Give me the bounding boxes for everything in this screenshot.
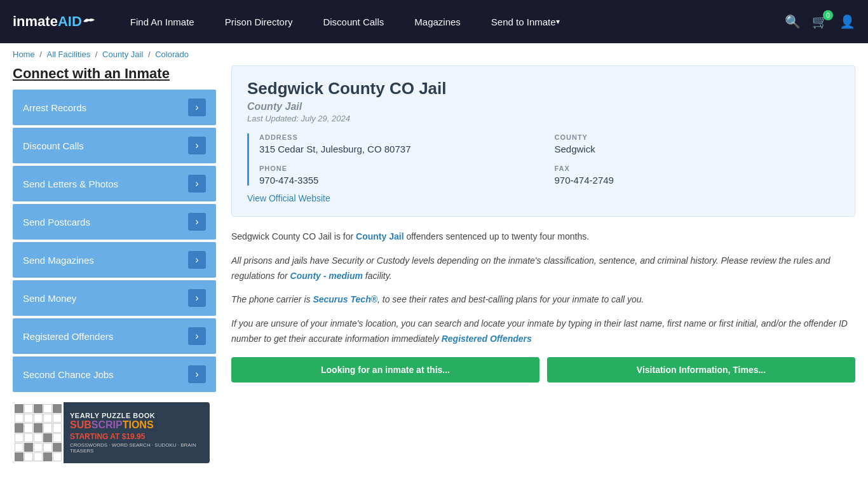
cart-icon[interactable]: 🛒 0	[812, 14, 828, 29]
ad-types-label: CROSSWORDS · WORD SEARCH · SUDOKU · BRAI…	[70, 442, 203, 454]
desc-p2: All prisons and jails have Security or C…	[231, 254, 855, 284]
header: inmateAID Find An Inmate Prison Director…	[0, 0, 868, 43]
sidebar-arrow-icon: ›	[188, 175, 206, 193]
facility-address-block: ADDRESS 315 Cedar St, Julesburg, CO 8073…	[259, 133, 545, 154]
logo-inmate: inmate	[13, 13, 58, 30]
facility-card: Sedgwick County CO Jail County Jail Last…	[231, 65, 855, 217]
looking-for-inmate-button[interactable]: Looking for an inmate at this...	[231, 357, 539, 383]
breadcrumb-sep3: /	[148, 50, 153, 59]
facility-info-grid: ADDRESS 315 Cedar St, Julesburg, CO 8073…	[247, 133, 839, 186]
sidebar-item-second-chance-jobs[interactable]: Second Chance Jobs ›	[13, 356, 216, 392]
sidebar-arrow-icon: ›	[188, 213, 206, 231]
logo-aid: AID	[58, 13, 82, 30]
county-label: COUNTY	[555, 133, 840, 141]
securus-tech-link[interactable]: Securus Tech®	[313, 294, 377, 304]
facility-phone-block: PHONE 970-474-3355	[259, 165, 545, 186]
ad-inner: YEARLY PUZZLE BOOK SUBSCRIPTIONS STARTIN…	[13, 402, 210, 463]
county-jail-link[interactable]: County Jail	[356, 231, 403, 241]
logo: inmateAID	[13, 13, 96, 30]
sidebar-item-send-letters[interactable]: Send Letters & Photos ›	[13, 166, 216, 201]
user-icon[interactable]: 👤	[839, 14, 855, 29]
county-medium-link[interactable]: County - medium	[290, 271, 363, 281]
phone-value: 970-474-3355	[259, 175, 545, 186]
sidebar-title: Connect with an Inmate	[13, 65, 216, 82]
sidebar-item-label: Arrest Records	[23, 102, 86, 113]
sidebar-arrow-icon: ›	[188, 137, 206, 154]
sidebar-item-discount-calls[interactable]: Discount Calls ›	[13, 128, 216, 163]
view-official-website-link[interactable]: View Official Website	[247, 193, 330, 203]
visitation-info-button[interactable]: Visitation Information, Times...	[547, 357, 855, 383]
county-value: Sedgwick	[555, 144, 840, 154]
desc-p3: The phone carrier is Securus Tech®, to s…	[231, 292, 855, 308]
fax-label: FAX	[555, 165, 840, 172]
breadcrumb-all-facilities[interactable]: All Facilities	[47, 50, 91, 59]
breadcrumb-sep2: /	[95, 50, 100, 59]
facility-name: Sedgwick County CO Jail	[247, 79, 839, 98]
facility-fax-block: FAX 970-474-2749	[555, 165, 840, 186]
desc-p3-post: , to see their rates and best-calling pl…	[377, 294, 644, 304]
desc-p2-post: facility.	[363, 271, 392, 281]
facility-updated: Last Updated: July 29, 2024	[247, 114, 839, 123]
desc-p1-pre: Sedgwick County CO Jail is for	[231, 231, 356, 241]
desc-p4: If you are unsure of your inmate's locat…	[231, 316, 855, 347]
nav-send-to-inmate[interactable]: Send to Inmate	[476, 0, 575, 43]
address-value: 315 Cedar St, Julesburg, CO 80737	[259, 144, 545, 154]
ad-yearly-label: YEARLY PUZZLE BOOK	[70, 412, 203, 419]
breadcrumb: Home / All Facilities / County Jail / Co…	[0, 43, 868, 65]
main-nav: Find An Inmate Prison Directory Discount…	[115, 0, 785, 43]
sidebar-arrow-icon: ›	[188, 251, 206, 269]
sidebar-item-send-postcards[interactable]: Send Postcards ›	[13, 204, 216, 240]
sidebar-arrow-icon: ›	[188, 365, 206, 383]
fax-value: 970-474-2749	[555, 175, 840, 186]
nav-magazines[interactable]: Magazines	[399, 0, 476, 43]
sidebar-item-label: Registered Offenders	[23, 331, 113, 342]
registered-offenders-link[interactable]: Registered Offenders	[442, 334, 532, 344]
desc-p1-post: offenders sentenced up to twenty four mo…	[404, 231, 590, 241]
breadcrumb-state[interactable]: Colorado	[155, 50, 189, 59]
bottom-buttons: Looking for an inmate at this... Visitat…	[231, 357, 855, 383]
sidebar-arrow-icon: ›	[188, 289, 206, 307]
sidebar-item-send-magazines[interactable]: Send Magazines ›	[13, 242, 216, 278]
desc-p1: Sedgwick County CO Jail is for County Ja…	[231, 229, 855, 245]
cart-badge: 0	[823, 10, 833, 20]
ad-crossword-grid	[13, 402, 64, 463]
sidebar-item-label: Send Money	[23, 293, 76, 304]
logo-area[interactable]: inmateAID	[13, 13, 96, 30]
facility-county-block: COUNTY Sedgwick	[555, 133, 840, 154]
logo-bird-icon	[83, 17, 95, 26]
sidebar: Connect with an Inmate Arrest Records › …	[13, 65, 216, 463]
facility-description: Sedgwick County CO Jail is for County Ja…	[231, 229, 855, 347]
header-icons: 🔍 🛒 0 👤	[785, 14, 855, 29]
desc-p3-pre: The phone carrier is	[231, 294, 313, 304]
sidebar-item-send-money[interactable]: Send Money ›	[13, 280, 216, 316]
sidebar-item-label: Send Postcards	[23, 217, 90, 227]
sidebar-arrow-icon: ›	[188, 98, 206, 116]
facility-type: County Jail	[247, 101, 839, 112]
sidebar-item-label: Discount Calls	[23, 140, 84, 151]
nav-discount-calls[interactable]: Discount Calls	[308, 0, 399, 43]
ad-subscription-label: SUBSCRIPTIONS	[70, 419, 203, 431]
nav-find-inmate[interactable]: Find An Inmate	[115, 0, 210, 43]
sidebar-item-label: Send Magazines	[23, 255, 94, 266]
ad-banner[interactable]: YEARLY PUZZLE BOOK SUBSCRIPTIONS STARTIN…	[13, 402, 210, 463]
nav-prison-directory[interactable]: Prison Directory	[210, 0, 308, 43]
search-icon[interactable]: 🔍	[785, 14, 801, 29]
address-label: ADDRESS	[259, 133, 545, 141]
ad-price-label: STARTING AT $19.95	[70, 432, 203, 441]
phone-label: PHONE	[259, 165, 545, 172]
desc-p4-pre: If you are unsure of your inmate's locat…	[231, 318, 848, 344]
sidebar-item-label: Send Letters & Photos	[23, 179, 118, 189]
ad-text-area: YEARLY PUZZLE BOOK SUBSCRIPTIONS STARTIN…	[64, 407, 210, 459]
main-content: Sedgwick County CO Jail County Jail Last…	[231, 65, 855, 463]
sidebar-item-label: Second Chance Jobs	[23, 369, 114, 380]
sidebar-arrow-icon: ›	[188, 327, 206, 345]
sidebar-item-registered-offenders[interactable]: Registered Offenders ›	[13, 318, 216, 354]
breadcrumb-sep1: /	[39, 50, 44, 59]
breadcrumb-county-jail[interactable]: County Jail	[102, 50, 143, 59]
sidebar-item-arrest-records[interactable]: Arrest Records ›	[13, 90, 216, 125]
breadcrumb-home[interactable]: Home	[13, 50, 35, 59]
main-layout: Connect with an Inmate Arrest Records › …	[0, 65, 868, 463]
